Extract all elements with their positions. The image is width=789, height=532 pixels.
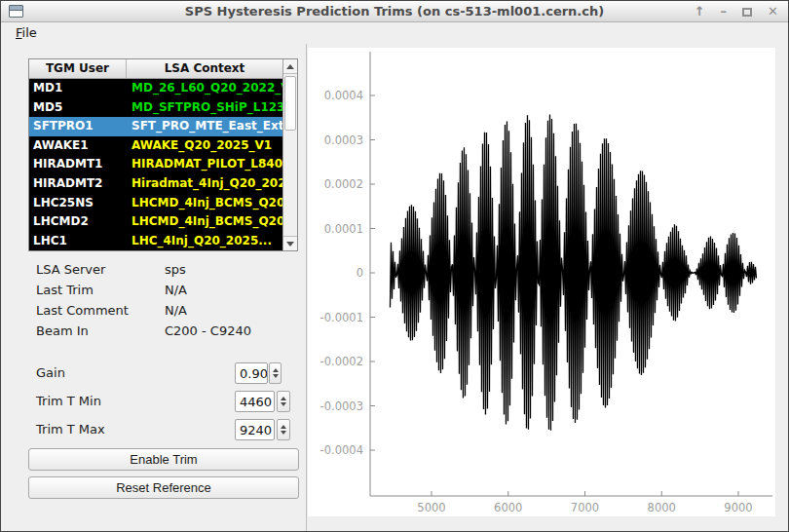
window-title: SPS Hysteresis Prediction Trims (on cs-5… (1, 1, 788, 22)
svg-text:8000: 8000 (648, 501, 676, 514)
window-controls: ↑ – ✕ (695, 1, 778, 22)
table-row[interactable]: MD1 MD_26_L60_Q20_2022_V1 (29, 79, 282, 98)
table-scrollbar[interactable] (282, 59, 297, 250)
arrow-down-icon (286, 242, 294, 247)
table-row[interactable]: HIRADMT2 Hiradmat_4Inj_Q20_2025_V1 (29, 174, 282, 194)
scroll-down-button[interactable] (283, 236, 297, 250)
spin-up-icon[interactable] (281, 425, 286, 429)
trim-t-max-input[interactable] (235, 419, 275, 440)
svg-text:-0.0003: -0.0003 (320, 399, 363, 413)
table-header: TGM User LSA Context (29, 59, 282, 79)
tgm-context-table: TGM User LSA Context MD1 MD_26_L60_Q20_2… (28, 58, 298, 251)
spin-down-icon[interactable] (281, 402, 286, 406)
scrollbar-thumb[interactable] (284, 76, 296, 131)
close-icon[interactable]: ✕ (768, 1, 778, 22)
trim-t-max-stepper[interactable] (277, 419, 290, 440)
app-window: SPS Hysteresis Prediction Trims (on cs-5… (0, 0, 789, 532)
table-row[interactable]: LHCMD2 LHCMD_4Inj_BCMS_Q20_2... (29, 212, 282, 232)
svg-text:0.0001: 0.0001 (324, 222, 363, 236)
column-header-lsa-context[interactable]: LSA Context (127, 59, 282, 78)
svg-text:-0.0001: -0.0001 (320, 311, 363, 324)
trim-t-max-row: Trim T Max (36, 419, 299, 440)
table-row[interactable]: AWAKE1 AWAKE_Q20_2025_V1 (29, 136, 282, 156)
svg-text:7000: 7000 (571, 501, 599, 514)
panel-splitter[interactable] (306, 44, 307, 532)
arrow-up-icon (286, 64, 294, 69)
last-trim-value: N/A (165, 283, 187, 297)
table-row[interactable]: MD5 MD_SFTPRO_SHiP_L1230_... (29, 98, 282, 118)
table-row[interactable]: LHC1 LHC_4Inj_Q20_2025... (29, 232, 282, 251)
scroll-up-button[interactable] (283, 59, 297, 74)
menu-bar: File (1, 22, 788, 44)
svg-text:-0.0004: -0.0004 (320, 443, 363, 457)
spin-down-icon[interactable] (273, 374, 279, 378)
lsa-server-value: sps (165, 262, 186, 277)
svg-text:0.0004: 0.0004 (324, 89, 363, 102)
svg-text:0.0002: 0.0002 (324, 177, 363, 191)
svg-text:-0.0002: -0.0002 (320, 355, 363, 368)
spin-up-icon[interactable] (273, 368, 279, 372)
spin-up-icon[interactable] (281, 397, 286, 400)
shade-icon[interactable]: ↑ (695, 1, 705, 22)
table-row-selected[interactable]: SFTPRO1 SFT_PRO_MTE_East_Extra... (29, 117, 282, 136)
svg-text:0.0003: 0.0003 (324, 133, 363, 147)
column-header-tgm-user[interactable]: TGM User (29, 59, 127, 78)
prediction-plot-panel: 0.00040.00030.00020.00010-0.0001-0.0002-… (308, 48, 775, 516)
reset-reference-button[interactable]: Reset Reference (28, 476, 299, 499)
svg-text:0: 0 (357, 266, 363, 280)
last-comment-value: N/A (165, 303, 187, 318)
info-row-last-comment: Last Comment N/A (36, 303, 299, 321)
spin-down-icon[interactable] (281, 431, 286, 435)
gain-row: Gain (36, 362, 299, 384)
info-row-lsa-server: LSA Server sps (36, 262, 299, 280)
trim-t-min-stepper[interactable] (277, 391, 290, 412)
gain-input[interactable] (235, 362, 268, 384)
beam-in-value: C200 - C9240 (165, 323, 251, 338)
info-row-beam-in: Beam In C200 - C9240 (36, 323, 299, 341)
prediction-plot[interactable]: 0.00040.00030.00020.00010-0.0001-0.0002-… (308, 48, 775, 516)
svg-text:6000: 6000 (494, 501, 522, 514)
table-row[interactable]: LHC25NS LHCMD_4Inj_BCMS_Q20_2... (29, 194, 282, 213)
menu-file[interactable]: File (9, 23, 44, 42)
minimize-icon[interactable]: – (721, 1, 728, 22)
svg-text:9000: 9000 (724, 501, 752, 514)
title-bar[interactable]: SPS Hysteresis Prediction Trims (on cs-5… (1, 1, 788, 22)
info-row-last-trim: Last Trim N/A (36, 283, 299, 300)
enable-trim-button[interactable]: Enable Trim (28, 448, 299, 471)
table-row[interactable]: HIRADMT1 HIRADMAT_PILOT_L8400_... (29, 155, 282, 174)
trim-t-min-row: Trim T Min (36, 391, 299, 412)
trim-t-min-input[interactable] (235, 391, 275, 412)
maximize-icon[interactable] (742, 8, 752, 17)
gain-stepper[interactable] (269, 362, 282, 384)
svg-text:5000: 5000 (417, 501, 445, 514)
